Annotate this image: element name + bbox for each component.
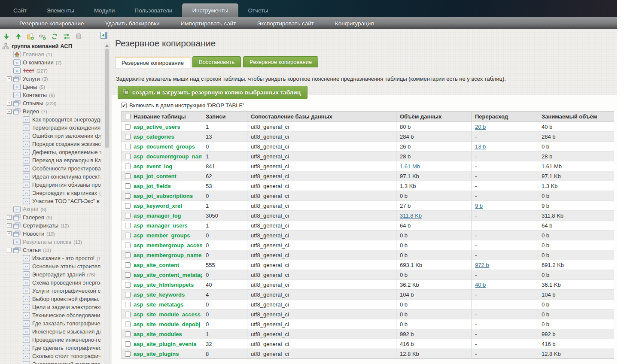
- table-name-link[interactable]: asp_site_content: [134, 262, 179, 268]
- table-name-link[interactable]: asp_site_htmlsnippets: [134, 282, 194, 288]
- drop-table-checkbox[interactable]: [121, 103, 127, 108]
- row-checkbox[interactable]: [125, 341, 131, 347]
- tree-scrollbar-thumb[interactable]: [105, 49, 109, 148]
- menubar-item-export-site[interactable]: Экспортировать сайт: [257, 20, 314, 27]
- row-checkbox[interactable]: [125, 144, 131, 149]
- tree-item-label[interactable]: Услуги: [23, 76, 40, 82]
- tree-item-label[interactable]: Инженерные изыскания для ст: [32, 328, 100, 335]
- tree-item[interactable]: ‹›Тест(227): [0, 67, 100, 75]
- table-row[interactable]: asp_documentgroup_names1utf8_general_ci2…: [122, 152, 614, 161]
- tree-item[interactable]: +Галерея(9): [0, 213, 100, 221]
- tree-item-label[interactable]: Особенности проектирования,: [32, 165, 100, 172]
- table-row[interactable]: asp_keyword_xref1utf8_general_ci27 b9 b9…: [122, 201, 614, 211]
- tree-item[interactable]: ‹›Выбор проектной фирмы. Клас: [0, 295, 100, 303]
- tree-item-label[interactable]: Энергетический аудит предпри: [32, 361, 100, 364]
- tree-item-label[interactable]: Участие ТОО "АСП-Экс" в выст: [32, 198, 100, 204]
- table-row[interactable]: asp_site_keywords4utf8_general_ci104 b-1…: [122, 290, 614, 300]
- tree-item[interactable]: ‹›Где сделать топографическую: [0, 344, 100, 352]
- new-document-icon[interactable]: [27, 33, 34, 40]
- tree-item-label[interactable]: Проведение инженерно-геолог: [32, 337, 100, 343]
- tree-item[interactable]: ‹›Услуги топографической съемк: [0, 287, 100, 295]
- menubar-item-configuration[interactable]: Конфигурация: [335, 20, 374, 27]
- tree-item[interactable]: ‹›Результаты поиска(13): [0, 238, 100, 246]
- table-name-link[interactable]: asp_jot_fields: [134, 183, 171, 189]
- tree-item[interactable]: +Услуги(3): [0, 75, 100, 83]
- row-checkbox[interactable]: [125, 164, 131, 169]
- table-row[interactable]: asp_site_modules1utf8_general_ci992 b-99…: [122, 329, 614, 339]
- tree-item-label[interactable]: Основные этапы строительств: [32, 263, 100, 270]
- tree-item[interactable]: +Сертификаты(12): [0, 221, 100, 230]
- row-checkbox[interactable]: [125, 302, 131, 307]
- table-row[interactable]: asp_manager_log3050utf8_general_ci311.8 …: [122, 211, 614, 221]
- tab-1-active[interactable]: Резервное копирование: [115, 57, 190, 68]
- tree-item[interactable]: ‹›Цены(5): [0, 83, 100, 91]
- table-row[interactable]: asp_categories13utf8_general_ci284 b-284…: [122, 132, 614, 142]
- table-row[interactable]: asp_manager_users1utf8_general_ci64 b-64…: [122, 221, 614, 231]
- tree-item[interactable]: ‹›Техническое обследование нед: [0, 311, 100, 319]
- tree-item-label[interactable]: Видео: [23, 108, 39, 115]
- tree-item-label[interactable]: Отзывы: [23, 100, 43, 106]
- row-checkbox[interactable]: [125, 262, 131, 268]
- tree-item-label[interactable]: Тест: [23, 67, 34, 74]
- table-name-link[interactable]: asp_membergroup_access: [134, 242, 202, 249]
- select-all-checkbox[interactable]: [125, 114, 131, 119]
- tree-item-label[interactable]: Цены: [23, 84, 37, 90]
- tree-item[interactable]: ‹›Где заказать топографическую: [0, 319, 100, 328]
- tree-item[interactable]: ‹›Энергоаудит зданий(76): [0, 270, 100, 279]
- tree-item[interactable]: ‹›Особенности проектирования,: [0, 164, 100, 173]
- tree-item-label[interactable]: Цели и задачи электротехниче: [32, 304, 100, 310]
- table-row[interactable]: asp_member_groups0utf8_general_ci0 b-0 b: [122, 231, 614, 240]
- tree-item-label[interactable]: Контакты: [23, 92, 47, 98]
- tree-item[interactable]: ‹›Энергетический аудит предпри: [0, 360, 100, 364]
- tree-item-label[interactable]: Новости: [23, 231, 44, 237]
- row-checkbox[interactable]: [125, 312, 131, 317]
- row-checkbox[interactable]: [125, 351, 131, 357]
- tree-item-label[interactable]: Где сделать топографическую: [32, 345, 100, 351]
- table-row[interactable]: asp_site_module_access0utf8_general_ci0 …: [122, 309, 614, 319]
- topnav-item-tools[interactable]: Инструменты: [182, 3, 238, 17]
- expand-toggle-icon[interactable]: +: [7, 231, 12, 236]
- row-checkbox[interactable]: [125, 193, 131, 199]
- table-name-link[interactable]: asp_membergroup_names: [134, 252, 202, 258]
- tree-item[interactable]: ‹›Переход на еврокоды в Казахс: [0, 156, 100, 164]
- tree-item[interactable]: ‹›Как проводится энергоаудит(2: [0, 115, 100, 124]
- row-checkbox[interactable]: [125, 233, 131, 238]
- tree-item-label[interactable]: Предприятия обязаны пройти э: [32, 182, 100, 188]
- row-checkbox[interactable]: [125, 213, 131, 218]
- overhead-link[interactable]: 20 b: [475, 124, 486, 130]
- tree-item-label[interactable]: группа компаний АСП: [12, 43, 72, 49]
- tree-item-label[interactable]: Результаты поиска: [23, 239, 71, 245]
- tree-item[interactable]: ‹›Идеал консилиума проектанто: [0, 173, 100, 181]
- tree-item[interactable]: −Видео(7): [0, 107, 100, 115]
- data-size-link[interactable]: 311.8 Kb: [400, 212, 422, 219]
- tree-item-label[interactable]: Где заказать топографическую: [32, 320, 100, 327]
- topnav-item-reports[interactable]: Отчеты: [238, 3, 278, 17]
- tree-item[interactable]: ‹›Энергоаудит в картинках(74): [0, 189, 100, 197]
- tree-item-label[interactable]: Услуги топографической съемк: [32, 288, 100, 294]
- menubar-item-remove-locks[interactable]: Удалить блокировки: [105, 20, 160, 27]
- tree-item[interactable]: ‹›О компании(2): [0, 58, 100, 67]
- collapse-toggle-icon[interactable]: −: [7, 109, 12, 114]
- table-name-link[interactable]: asp_site_module_access: [134, 311, 201, 318]
- row-checkbox[interactable]: [125, 292, 131, 297]
- row-checkbox[interactable]: [125, 252, 131, 258]
- row-checkbox[interactable]: [125, 203, 131, 209]
- table-name-link[interactable]: asp_site_modules: [134, 331, 182, 337]
- refresh-icon[interactable]: [51, 33, 58, 40]
- table-row[interactable]: asp_active_users1utf8_general_ci80 b20 b…: [122, 122, 614, 132]
- sort-up-icon[interactable]: [15, 33, 22, 40]
- table-row[interactable]: asp_membergroup_access0utf8_general_ci0 …: [122, 240, 614, 250]
- tree-item-label[interactable]: Как проводится энергоаудит: [32, 116, 100, 123]
- trash-icon[interactable]: [75, 33, 82, 40]
- tab-2[interactable]: Восстановить: [192, 56, 241, 67]
- create-backup-button[interactable]: создать и загрузить резервную копию выбр…: [118, 86, 307, 99]
- table-row[interactable]: asp_jot_content62utf8_general_ci97.1 Kb-…: [122, 171, 614, 181]
- table-row[interactable]: asp_site_module_depobj0utf8_general_ci0 …: [122, 319, 614, 329]
- row-checkbox[interactable]: [125, 272, 131, 278]
- tree-item-label[interactable]: Акции: [23, 206, 38, 212]
- table-name-link[interactable]: asp_member_groups: [134, 232, 190, 239]
- tree-item[interactable]: +Новости(10): [0, 230, 100, 238]
- table-row[interactable]: asp_event_log841utf8_general_ci1.61 Mb-1…: [122, 161, 614, 171]
- tree-item[interactable]: Главная(1): [0, 50, 100, 58]
- tree-item-label[interactable]: Сертификаты: [23, 222, 58, 229]
